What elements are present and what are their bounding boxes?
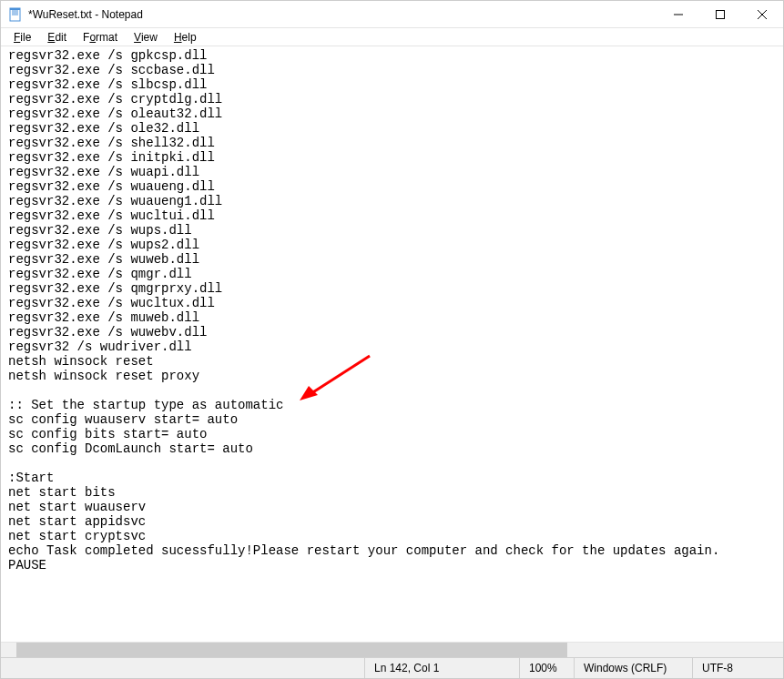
statusbar: Ln 142, Col 1 100% Windows (CRLF) UTF-8 [1, 657, 783, 678]
notepad-icon [8, 7, 23, 22]
scrollbar-thumb[interactable] [16, 643, 567, 657]
menubar: File Edit Format View Help [1, 28, 783, 46]
menu-help[interactable]: Help [167, 29, 204, 46]
status-zoom: 100% [519, 658, 574, 678]
menu-format[interactable]: Format [76, 29, 125, 46]
editor-area[interactable]: regsvr32.exe /s gpkcsp.dll regsvr32.exe … [1, 46, 783, 642]
menu-edit[interactable]: Edit [40, 29, 74, 46]
status-position: Ln 142, Col 1 [364, 658, 519, 678]
menu-file[interactable]: File [6, 29, 38, 46]
close-button[interactable] [741, 1, 783, 27]
svg-rect-4 [10, 8, 20, 10]
minimize-button[interactable] [657, 1, 699, 27]
menu-view[interactable]: View [127, 29, 165, 46]
titlebar: *WuReset.txt - Notepad [1, 1, 783, 28]
editor-content[interactable]: regsvr32.exe /s gpkcsp.dll regsvr32.exe … [8, 48, 776, 573]
status-line-ending: Windows (CRLF) [574, 658, 692, 678]
window-controls [657, 1, 783, 27]
window-title: *WuReset.txt - Notepad [28, 8, 657, 21]
horizontal-scrollbar[interactable] [1, 642, 783, 657]
status-encoding: UTF-8 [692, 658, 783, 678]
maximize-button[interactable] [699, 1, 741, 27]
svg-rect-6 [717, 10, 725, 18]
